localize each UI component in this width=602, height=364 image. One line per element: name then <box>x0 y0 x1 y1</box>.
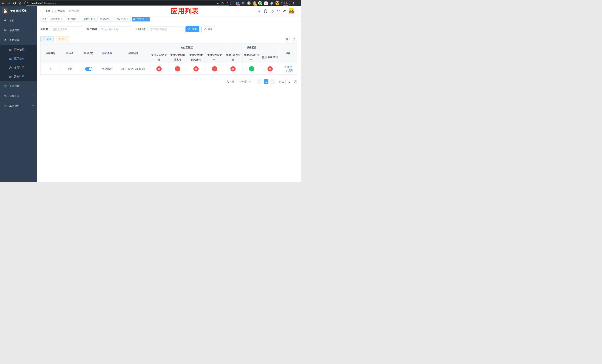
app-table: 应用编号 应用名 开启状态 商户名称 创建时间 支付宝配置 微信配置 操作 支付… <box>40 43 297 75</box>
search-button[interactable]: 搜索 <box>185 26 199 32</box>
extension-command-icon[interactable]: ⌘ <box>247 1 251 5</box>
tab-close-icon[interactable]: × <box>110 18 113 20</box>
table-tools <box>285 37 297 42</box>
wx-lite-status-icon: ✕ <box>230 66 236 72</box>
sidebar-item-label: 研发工具 <box>9 95 20 98</box>
url-host: localhost <box>32 2 42 4</box>
breadcrumb: 首页 / 支付管理 / 应用信息 <box>45 10 79 13</box>
sidebar-item-merchant-info[interactable]: 商户信息 <box>0 45 37 54</box>
tag-user-group[interactable]: 用户分组× <box>66 17 81 21</box>
sidebar-item-infra[interactable]: 基础设施 <box>0 81 37 91</box>
extension-gem-icon[interactable] <box>241 1 245 5</box>
breadcrumb-home[interactable]: 首页 <box>45 10 51 13</box>
site-info-icon[interactable] <box>27 2 30 5</box>
tag-app-info[interactable]: 应用信息× <box>132 17 150 21</box>
page: localhost:1024/pay/app 10 ⌘ 1 y <box>0 0 301 182</box>
url-text[interactable]: localhost:1024/pay/app <box>32 2 214 4</box>
tag-process-form[interactable]: 流程表单× <box>49 17 65 21</box>
page-size-select[interactable]: 10条/页 <box>236 79 254 84</box>
browser-menu-icon[interactable]: ⋮ <box>292 2 295 5</box>
status-select[interactable] <box>148 26 183 32</box>
breadcrumb-pay[interactable]: 支付管理 <box>55 10 65 13</box>
goto-label: 前往 <box>279 80 284 83</box>
browser-forward-icon[interactable] <box>7 2 11 5</box>
status-toggle[interactable] <box>85 67 92 71</box>
sidebar-item-app-info[interactable]: 应用信息 <box>0 54 37 63</box>
fullscreen-icon[interactable] <box>277 10 280 13</box>
sidebar-item-devtools[interactable]: 研发工具 <box>0 91 37 101</box>
sidebar-logo[interactable]: 芋道管理系统 <box>0 6 37 16</box>
browser-profile-avatar[interactable] <box>275 1 279 5</box>
browser-home-icon[interactable] <box>19 2 22 5</box>
toolbox-icon <box>4 104 7 107</box>
tab-close-icon[interactable]: × <box>61 18 63 20</box>
total-count: 共 1 条 <box>226 80 234 83</box>
browser-update-button[interactable]: 更新 <box>281 1 290 6</box>
sidebar-item-refund-order[interactable]: 退款订单 <box>0 72 37 81</box>
col-header-status: 开启状态 <box>79 43 98 63</box>
refund-docs-icon <box>9 75 12 78</box>
tab-close-icon[interactable]: × <box>77 18 80 20</box>
current-page-button[interactable]: 1 <box>264 79 269 84</box>
next-page-button[interactable]: › <box>270 79 275 84</box>
bookmark-star-icon[interactable] <box>226 2 229 5</box>
tab-close-icon[interactable]: × <box>146 18 148 20</box>
sidebar-item-pay[interactable]: ¥ 支付管理 <box>0 35 37 45</box>
export-button[interactable]: 导出 <box>56 36 69 42</box>
tag-merchant-info[interactable]: 商户信息× <box>115 17 131 21</box>
tag-refund-order[interactable]: 退款订单× <box>99 17 114 21</box>
alipay-pc-status-icon: ✕ <box>175 66 180 72</box>
pagination: 共 1 条 10条/页 ‹ 1 › 前往 页 <box>40 79 297 84</box>
browser-back-icon[interactable] <box>2 2 5 5</box>
delete-link[interactable]: 删除 <box>285 69 293 72</box>
sidebar-item-home[interactable]: 首页 <box>0 16 37 25</box>
alipay-qr-status-icon: ✕ <box>212 66 217 72</box>
extension-sheet-icon[interactable] <box>264 1 268 5</box>
sidebar-fold-icon[interactable] <box>39 10 43 13</box>
tag-pay-order[interactable]: 支付订单× <box>82 17 98 21</box>
active-dot <box>133 18 135 20</box>
wx-app-status-icon: ✕ <box>268 66 273 72</box>
app-name-input[interactable] <box>50 26 82 32</box>
password-key-icon[interactable] <box>216 2 219 5</box>
alipay-app-status-icon: ✕ <box>156 66 161 72</box>
user-avatar[interactable] <box>289 8 294 14</box>
tag-home[interactable]: 首页 <box>41 17 48 21</box>
toggle-search-button[interactable] <box>285 37 290 42</box>
extension-recorder-icon[interactable]: 1 <box>252 1 256 5</box>
extensions-puzzle-icon[interactable] <box>270 1 274 5</box>
tab-close-icon[interactable]: × <box>94 18 96 20</box>
tab-close-icon[interactable]: × <box>127 18 129 20</box>
tag-view-bar: 首页 流程表单× 用户分组× 支付订单× 退款订单× 商户信息× 应用信息× <box>37 16 301 22</box>
app-frame: 芋道管理系统 首页 系统管理 ¥ 支付管理 <box>0 6 301 182</box>
goto-page-input[interactable] <box>285 79 293 84</box>
col-header-wx-app: 微信 APP 支付 <box>261 52 279 63</box>
edit-link[interactable]: 修改 <box>284 65 292 69</box>
sidebar-item-label: 首页 <box>9 19 14 22</box>
sidebar-item-label: 退款订单 <box>14 75 24 78</box>
browser-reload-icon[interactable] <box>13 2 16 5</box>
col-header-alipay-wap: 支付宝 WAP 网站支付 <box>187 52 205 63</box>
refresh-button[interactable] <box>292 37 297 42</box>
extension-blocks-icon[interactable]: 10 <box>235 1 239 5</box>
font-size-icon[interactable]: tT <box>283 10 286 13</box>
merchant-name-input[interactable] <box>99 26 131 32</box>
search-icon[interactable] <box>257 10 261 13</box>
extension-y-icon[interactable]: y <box>258 1 262 5</box>
sidebar-item-workflow[interactable]: 工作流程 <box>0 101 37 111</box>
sidebar-item-label: 基础设施 <box>9 85 20 88</box>
col-header-alipay-pc: 支付宝 PC 网站支付 <box>168 52 187 63</box>
github-icon[interactable] <box>264 10 267 13</box>
sidebar-item-pay-order[interactable]: ¥ 支付订单 <box>0 63 37 72</box>
prev-page-button[interactable]: ‹ <box>257 79 262 84</box>
reset-button[interactable]: 重置 <box>201 26 215 32</box>
field-label: 开启状态 <box>135 28 146 31</box>
sidebar-item-label: 支付管理 <box>9 39 20 42</box>
yen-icon: ¥ <box>4 39 7 42</box>
share-icon[interactable] <box>221 2 224 5</box>
avatar-caret-icon[interactable] <box>296 10 298 12</box>
sidebar-item-system[interactable]: 系统管理 <box>0 25 37 35</box>
url-bar[interactable]: localhost:1024/pay/app <box>24 1 231 6</box>
help-icon[interactable]: ? <box>270 10 274 13</box>
add-button[interactable]: 新增 <box>40 36 54 42</box>
